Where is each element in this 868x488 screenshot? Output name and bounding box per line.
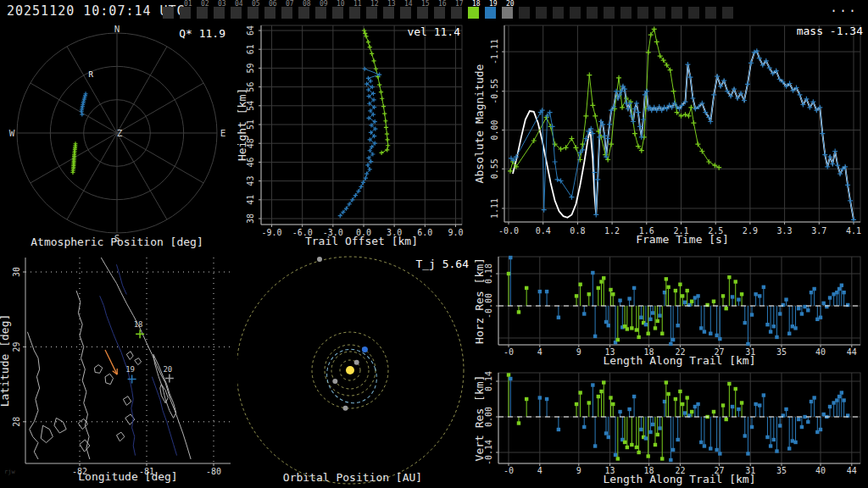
frame-chip-label: 01 — [184, 0, 192, 8]
frame-chip-label: 14 — [404, 0, 413, 8]
svg-text:Frame Time [s]: Frame Time [s] — [636, 233, 729, 246]
svg-text:Atmospheric Position [deg]: Atmospheric Position [deg] — [31, 236, 203, 248]
frame-chip-label: 05 — [252, 0, 260, 8]
svg-text:30: 30 — [12, 267, 21, 277]
frame-chip-blank[interactable] — [671, 7, 682, 19]
frame-chip-blank[interactable] — [553, 7, 564, 19]
svg-text:9: 9 — [576, 466, 581, 475]
frame-chip-15[interactable] — [417, 7, 428, 19]
svg-text:19: 19 — [125, 365, 135, 374]
frame-chip-label: 10 — [337, 0, 345, 8]
frame-chip-05[interactable] — [248, 7, 259, 19]
orbital-position-plot: T_j 5.64Orbital Position [AU] — [237, 252, 475, 488]
svg-text:44: 44 — [847, 466, 857, 475]
frame-chip-label: 08 — [303, 0, 311, 8]
svg-text:N: N — [114, 24, 120, 35]
svg-text:3.3: 3.3 — [777, 226, 793, 236]
frame-chip-blank[interactable] — [570, 7, 581, 19]
more-button[interactable]: ... — [830, 0, 858, 15]
frame-chip-blank[interactable] — [536, 7, 547, 19]
frame-chip-blank[interactable] — [637, 7, 648, 19]
frame-chip-10[interactable] — [332, 7, 343, 19]
frame-chip-04[interactable] — [231, 7, 242, 19]
frame-chip-label: 07 — [286, 0, 294, 8]
svg-text:mass -1.34: mass -1.34 — [797, 25, 863, 37]
frame-chip-18[interactable] — [468, 7, 479, 19]
svg-text:-0: -0 — [504, 466, 514, 475]
svg-text:61: 61 — [246, 44, 255, 54]
svg-text:9.0: 9.0 — [448, 228, 463, 237]
frame-chip-blank[interactable] — [519, 7, 530, 19]
svg-text:Horz Res [km]: Horz Res [km] — [475, 258, 486, 344]
svg-text:4: 4 — [537, 466, 542, 475]
frame-chip-06[interactable] — [264, 7, 275, 19]
frame-chip-02[interactable] — [197, 7, 208, 19]
svg-text:4: 4 — [537, 347, 542, 357]
frame-chip-label: 18 — [472, 0, 481, 8]
svg-text:Length Along Trail [km]: Length Along Trail [km] — [603, 354, 755, 367]
svg-text:28: 28 — [12, 417, 21, 427]
svg-text:9: 9 — [576, 347, 581, 357]
frame-chip-14[interactable] — [400, 7, 411, 19]
frame-chip-label: 15 — [421, 0, 430, 8]
frame-chip-blank[interactable] — [654, 7, 665, 19]
frame-chip-09[interactable] — [315, 7, 326, 19]
frame-chip-12[interactable] — [366, 7, 377, 19]
frame-chip-blank[interactable] — [587, 7, 598, 19]
panel-atmospheric-position: NSWEZRQ* 11.9Atmospheric Position [deg] — [0, 24, 237, 252]
frame-chip-11[interactable] — [349, 7, 360, 19]
frame-chip-01[interactable] — [180, 7, 191, 19]
svg-text:Longitude [deg]: Longitude [deg] — [78, 470, 177, 483]
frame-chip-blank[interactable] — [688, 7, 699, 19]
svg-text:-0.55: -0.55 — [490, 79, 499, 104]
svg-text:4.1: 4.1 — [846, 226, 861, 236]
svg-text:18: 18 — [134, 320, 143, 329]
frame-chip-blank[interactable] — [705, 7, 716, 19]
svg-text:43: 43 — [246, 176, 255, 186]
frame-chip-blank[interactable] — [163, 7, 174, 19]
svg-text:Trail Offset [km]: Trail Offset [km] — [305, 235, 418, 247]
panel-height-vs-trail-offset: -9.0-6.0-3.00.03.06.09.03841434648515456… — [237, 24, 475, 252]
frame-chip-03[interactable] — [214, 7, 225, 19]
trail-residuals-plot: -04913182227313540440.18-0.00Length Alon… — [475, 252, 868, 488]
svg-text:Orbital Position [AU]: Orbital Position [AU] — [283, 471, 422, 484]
svg-text:-0.0: -0.0 — [498, 226, 519, 236]
frame-chip-label: 20 — [506, 0, 515, 8]
svg-text:Length Along Trail [km]: Length Along Trail [km] — [603, 473, 755, 485]
frame-chip-blank[interactable] — [604, 7, 615, 19]
frame-chip-blank[interactable] — [722, 7, 733, 19]
frame-chip-20[interactable] — [502, 7, 513, 19]
frame-chip-label: 02 — [201, 0, 209, 8]
svg-text:0.4: 0.4 — [536, 226, 551, 236]
svg-text:29: 29 — [12, 341, 21, 352]
app-window: 20251120 10:07:14 UTC 010203040506070809… — [0, 0, 868, 488]
svg-text:-1.11: -1.11 — [490, 39, 499, 64]
height-vs-trail-offset-plot: -9.0-6.0-3.00.03.06.09.03841434648515456… — [237, 24, 475, 252]
svg-text:40: 40 — [815, 347, 826, 357]
frame-chip-label: 11 — [353, 0, 362, 8]
header-bar: 20251120 10:07:14 UTC 010203040506070809… — [0, 0, 868, 24]
frame-chip-label: 03 — [218, 0, 226, 8]
panel-absolute-magnitude: -0.00.40.81.21.62.12.52.93.33.74.1-1.11-… — [475, 24, 868, 252]
frame-chip-08[interactable] — [298, 7, 309, 19]
svg-text:-9.0: -9.0 — [262, 228, 282, 237]
svg-text:T_j 5.64: T_j 5.64 — [415, 258, 469, 270]
frame-chip-13[interactable] — [383, 7, 394, 19]
frame-chip-label: 17 — [455, 0, 464, 8]
panel-trail-residuals: -04913182227313540440.18-0.00Length Alon… — [475, 252, 868, 488]
watermark: rjw — [4, 469, 15, 475]
frame-chip-07[interactable] — [281, 7, 292, 19]
svg-text:3.7: 3.7 — [811, 226, 826, 236]
frame-chip-label: 16 — [438, 0, 447, 8]
frame-chip-16[interactable] — [434, 7, 445, 19]
svg-text:Absolute Magnitude: Absolute Magnitude — [475, 64, 486, 183]
svg-text:0.55: 0.55 — [490, 158, 499, 179]
frame-chip-label: 04 — [235, 0, 243, 8]
svg-text:35: 35 — [776, 347, 787, 357]
frame-chip-17[interactable] — [451, 7, 462, 19]
svg-text:40: 40 — [815, 466, 826, 475]
svg-text:41: 41 — [246, 195, 255, 205]
frame-chip-19[interactable] — [485, 7, 496, 19]
frame-chip-blank[interactable] — [620, 7, 632, 19]
svg-text:38: 38 — [246, 214, 255, 224]
